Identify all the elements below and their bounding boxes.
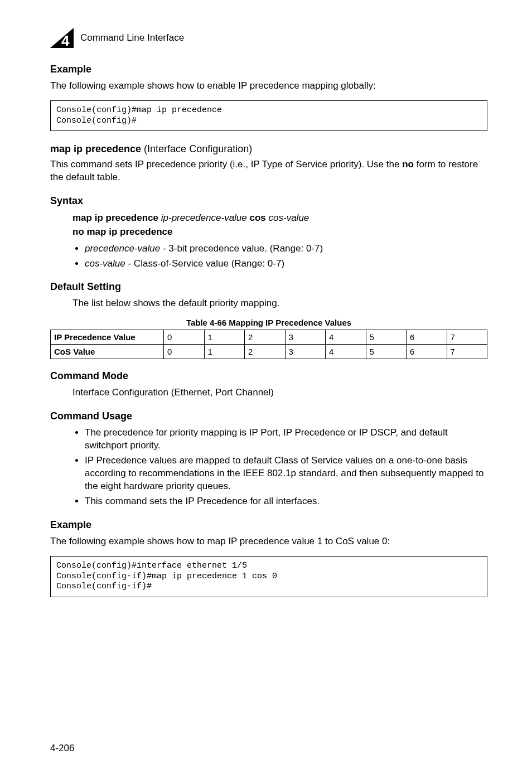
cell: 0 (164, 345, 205, 359)
syntax-line1: map ip precedence ip-precedence-value co… (72, 211, 487, 225)
command-context: (Interface Configuration) (144, 143, 252, 154)
syntax-heading: Syntax (50, 195, 487, 207)
example1-para: The following example shows how to enabl… (50, 80, 487, 93)
syntax-bullets: precedence-value - 3-bit precedence valu… (50, 243, 487, 270)
default-heading: Default Setting (50, 281, 487, 293)
page-header: 4 Command Line Interface (50, 28, 487, 48)
cmdmode-heading: Command Mode (50, 370, 487, 382)
syntax-l1-i1: ip-precedence-value (161, 212, 247, 223)
syntax-l2: no map ip precedence (72, 226, 173, 237)
cell: 1 (204, 330, 245, 345)
cmd-desc-bold: no (402, 159, 414, 170)
cmdusage-heading: Command Usage (50, 410, 487, 422)
cell: 2 (245, 330, 286, 345)
precedence-table: IP Precedence Value 0 1 2 3 4 5 6 7 CoS … (50, 330, 487, 359)
cell: 0 (164, 330, 205, 345)
cmdusage-bullets: The precedence for priority mapping is I… (50, 427, 487, 508)
list-item: This command sets the IP Precedence for … (85, 495, 487, 508)
list-item: precedence-value - 3-bit precedence valu… (85, 243, 487, 255)
chapter-icon: 4 (50, 28, 74, 48)
command-name: map ip precedence (50, 143, 141, 154)
table-row: CoS Value 0 1 2 3 4 5 6 7 (51, 345, 487, 359)
command-desc: This command sets IP precedence priority… (50, 158, 487, 184)
syntax-l1-b2: cos (247, 212, 269, 223)
cell: 7 (447, 330, 487, 345)
command-heading: map ip precedence (Interface Configurati… (50, 143, 487, 155)
example1-heading: Example (50, 64, 487, 75)
table-row: IP Precedence Value 0 1 2 3 4 5 6 7 (51, 330, 487, 345)
example2-para: The following example shows how to map I… (50, 535, 487, 548)
table-caption: Table 4-66 Mapping IP Precedence Values (50, 318, 487, 327)
example1-code: Console(config)#map ip precedence Consol… (50, 100, 487, 132)
syntax-line2: no map ip precedence (72, 225, 487, 239)
cell: 5 (366, 345, 407, 359)
list-item: IP Precedence values are mapped to defau… (85, 454, 487, 493)
syntax-bullet2-ital: cos-value (85, 258, 125, 269)
cell: 2 (245, 345, 286, 359)
example2-code: Console(config)#interface ethernet 1/5 C… (50, 556, 487, 597)
cmdmode-para: Interface Configuration (Ethernet, Port … (72, 386, 487, 399)
cell: 4 (326, 330, 366, 345)
cell: 5 (366, 330, 407, 345)
cell: 3 (285, 345, 326, 359)
syntax-bullet1-ital: precedence-value (85, 243, 160, 254)
syntax-l1-b1: map ip precedence (72, 212, 161, 223)
list-item: cos-value - Class-of-Service value (Rang… (85, 258, 487, 270)
syntax-bullet1-txt: - 3-bit precedence value. (Range: 0-7) (160, 243, 323, 254)
page-footer: 4-206 (50, 743, 74, 754)
syntax-bullet2-txt: - Class-of-Service value (Range: 0-7) (125, 258, 284, 269)
cell: 3 (285, 330, 326, 345)
cell: 7 (447, 345, 487, 359)
cmd-desc-pre: This command sets IP precedence priority… (50, 159, 402, 170)
chapter-number: 4 (61, 32, 69, 50)
cell: 6 (407, 330, 447, 345)
cell: 4 (326, 345, 366, 359)
syntax-l1-i2: cos-value (269, 212, 309, 223)
row-label: CoS Value (51, 345, 164, 359)
default-para: The list below shows the default priorit… (72, 297, 487, 310)
cell: 1 (204, 345, 245, 359)
cell: 6 (407, 345, 447, 359)
list-item: The precedence for priority mapping is I… (85, 427, 487, 452)
row-label: IP Precedence Value (51, 330, 164, 345)
example2-heading: Example (50, 519, 487, 531)
section-label: Command Line Interface (80, 32, 184, 43)
